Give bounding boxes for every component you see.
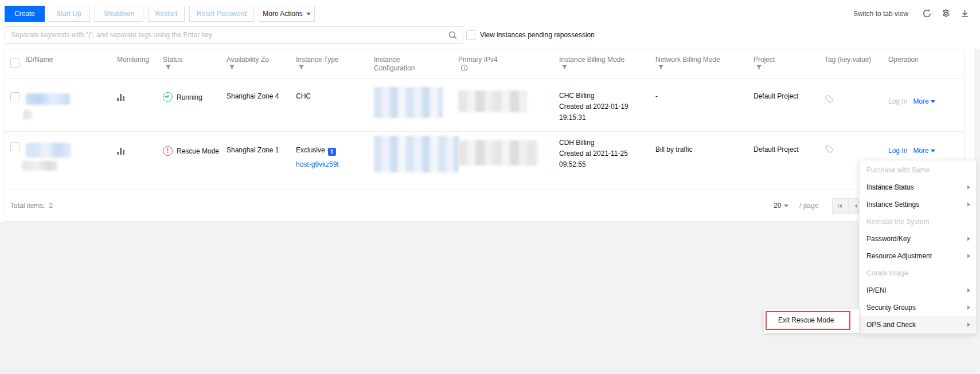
header-instance-configuration: Instance Configuration [374,49,458,78]
status-text: Rescue Mode [177,147,219,155]
table-header-row: ID/Name Monitoring Status Availability Z… [5,49,964,78]
submenu-arrow-icon [967,237,970,241]
search-icon[interactable] [448,30,458,40]
project-cell: Default Project [753,135,825,191]
header-instance-type[interactable]: Instance Type [296,49,374,78]
menu-item-instance-status[interactable]: Instance Status [860,179,976,196]
header-project-label: Project [753,56,775,64]
header-id-label: ID/Name [26,56,53,64]
redacted-primary-ipv4 [458,140,538,166]
instance-type-cell: Exclusivet host-g9vkz59t [296,136,374,191]
restart-button[interactable]: Restart [148,6,185,22]
menu-item-security-groups[interactable]: Security Groups [860,299,976,316]
header-id-name[interactable]: ID/Name [26,49,117,78]
header-project[interactable]: Project [753,49,825,78]
filter-funnel-icon[interactable] [298,64,304,70]
host-link[interactable]: host-g9vkz59t [296,160,368,168]
billing-mode-cell: CHC Billing Created at 2022-01-19 19:15:… [559,77,655,131]
header-network-label: Network Billing Mode [655,56,720,64]
header-status-label: Status [163,56,182,64]
log-in-link[interactable]: Log In [888,147,907,155]
menu-item-ops-and-check[interactable]: OPS and Check [860,316,976,333]
exit-rescue-mode-button[interactable]: Exit Rescue Mode [766,311,850,330]
download-icon[interactable] [960,9,970,18]
redacted-instance-configuration [374,87,443,118]
select-all-checkbox[interactable] [10,58,19,68]
chevron-down-icon [931,100,935,103]
more-link[interactable]: More [913,97,935,105]
filter-funnel-icon[interactable] [561,64,568,70]
filter-funnel-icon[interactable] [165,64,171,70]
monitoring-chart-icon[interactable] [117,94,157,101]
more-actions-button[interactable]: More Actions [259,6,315,22]
menu-item-reinstall-system[interactable]: Reinstall the System [860,213,976,230]
menu-item-password-key[interactable]: Password/Key [860,230,976,247]
page-size-select[interactable]: 20 [774,202,788,210]
rescue-status-icon: ! [163,146,173,156]
filter-funnel-icon[interactable] [756,64,762,70]
ops-submenu: Exit Rescue Mode [764,309,859,333]
exclusive-label: Exclusive [296,146,325,154]
submenu-arrow-icon [967,185,970,190]
instance-table: ID/Name Monitoring Status Availability Z… [5,49,965,222]
shutdown-button[interactable]: Shutdown [95,6,143,22]
chevron-down-icon [931,149,935,152]
refresh-icon[interactable] [922,9,932,18]
more-actions-label: More Actions [263,10,302,18]
redacted-primary-ipv4 [458,90,527,112]
menu-item-instance-settings[interactable]: Instance Settings [860,196,976,213]
menu-item-purchase-same-config[interactable]: Purchase with Same Configurations [860,162,976,179]
search-input[interactable] [11,27,442,43]
instance-type-cell: CHC [296,78,374,131]
more-label: More [913,147,928,155]
reset-password-button[interactable]: Reset Password [189,6,254,22]
create-button[interactable]: Create [5,6,45,22]
pagination-bar: Total items: 2 20 / page [5,190,964,221]
menu-item-ip-eni[interactable]: IP/ENI [860,282,976,299]
start-up-button[interactable]: Start Up [48,6,90,22]
header-tag: Tag (key:value) [825,49,888,78]
header-zone-label: Availability Zo [227,56,269,64]
switch-to-tab-view-link[interactable]: Switch to tab view [853,10,908,18]
filter-funnel-icon[interactable] [229,64,235,70]
row-checkbox[interactable] [10,92,19,101]
header-type-label: Instance Type [296,56,339,64]
gear-icon[interactable] [941,9,951,18]
redacted-instance-name [24,110,32,119]
total-items: Total items: 2 [10,202,53,210]
pending-repossession-checkbox[interactable] [466,30,475,40]
more-link[interactable]: More [913,147,935,155]
menu-item-resource-adjustment[interactable]: Resource Adjustment [860,247,976,265]
row-checkbox[interactable] [10,142,19,151]
header-network-billing-mode[interactable]: Network Billing Mode [655,49,753,78]
header-primary-ipv4: Primary IPv4 [458,49,559,78]
status-text: Running [177,93,202,101]
submenu-arrow-icon [967,322,970,327]
chevron-down-icon [784,204,788,207]
header-billing-label: Instance Billing Mode [559,56,624,64]
submenu-arrow-icon [967,305,970,310]
network-billing-cell: - [655,78,753,131]
project-cell: Default Project [753,78,825,131]
header-status[interactable]: Status [163,49,227,78]
header-operation: Operation [888,49,965,78]
table-row: Running Shanghai Zone 4 CHC CHC Billing … [5,78,964,131]
instance-id-cell[interactable] [26,78,117,131]
header-instance-billing-mode[interactable]: Instance Billing Mode [559,49,655,78]
table-row: ! Rescue Mode Shanghai Zone 1 Exclusivet… [5,131,964,191]
instance-id-cell[interactable] [26,132,117,191]
availability-zone-cell: Shanghai Zone 1 [227,136,296,191]
first-page-button[interactable] [832,198,848,214]
header-monitoring: Monitoring [117,49,163,78]
page-suffix: / page [799,202,818,210]
filter-funnel-icon[interactable] [658,64,664,70]
header-availability-zone[interactable]: Availability Zo [227,49,296,78]
tag-icon[interactable] [825,95,834,104]
redacted-instance-name [22,161,58,171]
monitoring-chart-icon[interactable] [117,148,157,155]
info-icon[interactable] [460,64,468,72]
running-status-icon [163,92,173,102]
menu-item-create-image[interactable]: Create Image [860,265,976,282]
tag-icon[interactable] [825,144,834,154]
log-in-link[interactable]: Log In [888,97,907,105]
